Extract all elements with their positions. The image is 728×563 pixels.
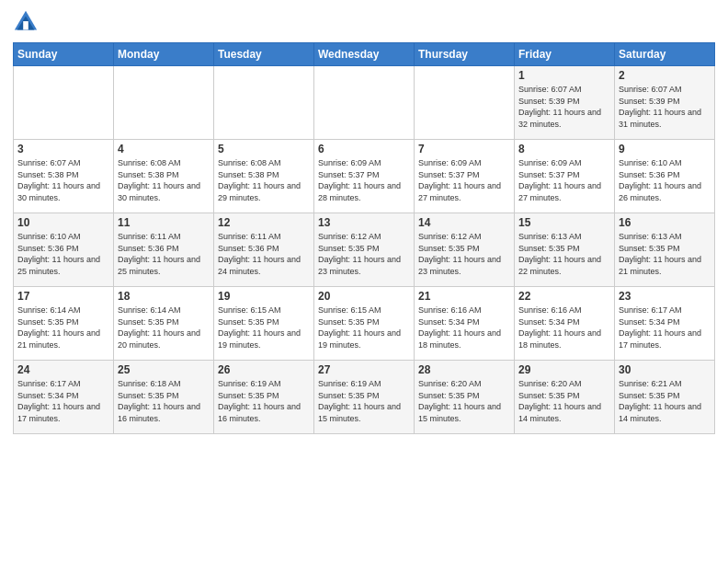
calendar-cell: 16Sunrise: 6:13 AM Sunset: 5:35 PM Dayli… bbox=[615, 213, 715, 287]
day-number: 20 bbox=[318, 290, 410, 303]
day-number: 21 bbox=[418, 290, 510, 303]
day-info: Sunrise: 6:07 AM Sunset: 5:39 PM Dayligh… bbox=[619, 84, 711, 130]
day-info: Sunrise: 6:09 AM Sunset: 5:37 PM Dayligh… bbox=[418, 157, 510, 203]
day-info: Sunrise: 6:11 AM Sunset: 5:36 PM Dayligh… bbox=[118, 231, 210, 277]
calendar-cell bbox=[114, 66, 214, 140]
calendar-cell: 20Sunrise: 6:15 AM Sunset: 5:35 PM Dayli… bbox=[314, 287, 415, 361]
day-number: 25 bbox=[118, 363, 210, 376]
day-info: Sunrise: 6:16 AM Sunset: 5:34 PM Dayligh… bbox=[518, 304, 610, 350]
day-info: Sunrise: 6:14 AM Sunset: 5:35 PM Dayligh… bbox=[118, 304, 210, 350]
day-number: 17 bbox=[17, 290, 109, 303]
day-info: Sunrise: 6:16 AM Sunset: 5:34 PM Dayligh… bbox=[418, 304, 510, 350]
day-info: Sunrise: 6:15 AM Sunset: 5:35 PM Dayligh… bbox=[218, 304, 310, 350]
day-of-week-header: Saturday bbox=[615, 43, 715, 66]
day-info: Sunrise: 6:09 AM Sunset: 5:37 PM Dayligh… bbox=[318, 157, 410, 203]
calendar-cell: 10Sunrise: 6:10 AM Sunset: 5:36 PM Dayli… bbox=[14, 213, 114, 287]
calendar-cell: 8Sunrise: 6:09 AM Sunset: 5:37 PM Daylig… bbox=[515, 140, 615, 213]
calendar-cell: 5Sunrise: 6:08 AM Sunset: 5:38 PM Daylig… bbox=[214, 140, 314, 213]
calendar-cell: 18Sunrise: 6:14 AM Sunset: 5:35 PM Dayli… bbox=[114, 287, 214, 361]
calendar-cell: 2Sunrise: 6:07 AM Sunset: 5:39 PM Daylig… bbox=[615, 66, 715, 140]
calendar-cell: 4Sunrise: 6:08 AM Sunset: 5:38 PM Daylig… bbox=[114, 140, 214, 213]
main-container: SundayMondayTuesdayWednesdayThursdayFrid… bbox=[0, 0, 728, 443]
day-info: Sunrise: 6:08 AM Sunset: 5:38 PM Dayligh… bbox=[118, 157, 210, 203]
day-info: Sunrise: 6:12 AM Sunset: 5:35 PM Dayligh… bbox=[418, 231, 510, 277]
day-info: Sunrise: 6:17 AM Sunset: 5:34 PM Dayligh… bbox=[17, 378, 109, 424]
calendar-week-row: 1Sunrise: 6:07 AM Sunset: 5:39 PM Daylig… bbox=[14, 66, 715, 140]
header bbox=[13, 9, 715, 35]
calendar-cell: 30Sunrise: 6:21 AM Sunset: 5:35 PM Dayli… bbox=[615, 361, 715, 434]
day-info: Sunrise: 6:10 AM Sunset: 5:36 PM Dayligh… bbox=[619, 157, 711, 203]
calendar-cell: 28Sunrise: 6:20 AM Sunset: 5:35 PM Dayli… bbox=[415, 361, 515, 434]
day-number: 19 bbox=[218, 290, 310, 303]
day-number: 15 bbox=[518, 216, 610, 229]
day-info: Sunrise: 6:19 AM Sunset: 5:35 PM Dayligh… bbox=[218, 378, 310, 424]
calendar-cell: 24Sunrise: 6:17 AM Sunset: 5:34 PM Dayli… bbox=[14, 361, 114, 434]
calendar-cell: 23Sunrise: 6:17 AM Sunset: 5:34 PM Dayli… bbox=[615, 287, 715, 361]
day-info: Sunrise: 6:18 AM Sunset: 5:35 PM Dayligh… bbox=[118, 378, 210, 424]
calendar-cell: 17Sunrise: 6:14 AM Sunset: 5:35 PM Dayli… bbox=[14, 287, 114, 361]
day-of-week-header: Wednesday bbox=[314, 43, 415, 66]
calendar-cell: 12Sunrise: 6:11 AM Sunset: 5:36 PM Dayli… bbox=[214, 213, 314, 287]
day-info: Sunrise: 6:11 AM Sunset: 5:36 PM Dayligh… bbox=[218, 231, 310, 277]
calendar-cell bbox=[314, 66, 415, 140]
day-number: 11 bbox=[118, 216, 210, 229]
day-info: Sunrise: 6:12 AM Sunset: 5:35 PM Dayligh… bbox=[318, 231, 410, 277]
day-info: Sunrise: 6:15 AM Sunset: 5:35 PM Dayligh… bbox=[318, 304, 410, 350]
day-number: 23 bbox=[619, 290, 711, 303]
day-number: 7 bbox=[418, 143, 510, 155]
calendar-cell: 15Sunrise: 6:13 AM Sunset: 5:35 PM Dayli… bbox=[515, 213, 615, 287]
day-number: 30 bbox=[619, 363, 711, 376]
day-info: Sunrise: 6:07 AM Sunset: 5:39 PM Dayligh… bbox=[518, 84, 610, 130]
calendar-cell: 29Sunrise: 6:20 AM Sunset: 5:35 PM Dayli… bbox=[515, 361, 615, 434]
calendar-cell: 14Sunrise: 6:12 AM Sunset: 5:35 PM Dayli… bbox=[415, 213, 515, 287]
calendar-cell: 22Sunrise: 6:16 AM Sunset: 5:34 PM Dayli… bbox=[515, 287, 615, 361]
day-number: 27 bbox=[318, 363, 410, 376]
day-info: Sunrise: 6:20 AM Sunset: 5:35 PM Dayligh… bbox=[418, 378, 510, 424]
calendar-cell bbox=[415, 66, 515, 140]
day-info: Sunrise: 6:08 AM Sunset: 5:38 PM Dayligh… bbox=[218, 157, 310, 203]
day-info: Sunrise: 6:20 AM Sunset: 5:35 PM Dayligh… bbox=[518, 378, 610, 424]
day-of-week-header: Monday bbox=[114, 43, 214, 66]
day-number: 3 bbox=[17, 143, 109, 155]
day-of-week-header: Friday bbox=[515, 43, 615, 66]
day-number: 22 bbox=[518, 290, 610, 303]
calendar-cell: 9Sunrise: 6:10 AM Sunset: 5:36 PM Daylig… bbox=[615, 140, 715, 213]
calendar-cell bbox=[14, 66, 114, 140]
svg-rect-2 bbox=[23, 21, 28, 29]
day-number: 29 bbox=[518, 363, 610, 376]
logo bbox=[13, 9, 42, 35]
calendar-week-row: 3Sunrise: 6:07 AM Sunset: 5:38 PM Daylig… bbox=[14, 140, 715, 213]
calendar-week-row: 24Sunrise: 6:17 AM Sunset: 5:34 PM Dayli… bbox=[14, 361, 715, 434]
day-number: 6 bbox=[318, 143, 410, 155]
calendar-cell: 26Sunrise: 6:19 AM Sunset: 5:35 PM Dayli… bbox=[214, 361, 314, 434]
calendar-cell bbox=[214, 66, 314, 140]
day-info: Sunrise: 6:21 AM Sunset: 5:35 PM Dayligh… bbox=[619, 378, 711, 424]
day-number: 10 bbox=[17, 216, 109, 229]
calendar-cell: 7Sunrise: 6:09 AM Sunset: 5:37 PM Daylig… bbox=[415, 140, 515, 213]
day-of-week-header: Tuesday bbox=[214, 43, 314, 66]
calendar-cell: 13Sunrise: 6:12 AM Sunset: 5:35 PM Dayli… bbox=[314, 213, 415, 287]
day-info: Sunrise: 6:09 AM Sunset: 5:37 PM Dayligh… bbox=[518, 157, 610, 203]
calendar-week-row: 10Sunrise: 6:10 AM Sunset: 5:36 PM Dayli… bbox=[14, 213, 715, 287]
calendar-cell: 27Sunrise: 6:19 AM Sunset: 5:35 PM Dayli… bbox=[314, 361, 415, 434]
day-number: 5 bbox=[218, 143, 310, 155]
calendar-cell: 19Sunrise: 6:15 AM Sunset: 5:35 PM Dayli… bbox=[214, 287, 314, 361]
day-info: Sunrise: 6:19 AM Sunset: 5:35 PM Dayligh… bbox=[318, 378, 410, 424]
calendar-cell: 25Sunrise: 6:18 AM Sunset: 5:35 PM Dayli… bbox=[114, 361, 214, 434]
day-info: Sunrise: 6:17 AM Sunset: 5:34 PM Dayligh… bbox=[619, 304, 711, 350]
calendar-cell: 11Sunrise: 6:11 AM Sunset: 5:36 PM Dayli… bbox=[114, 213, 214, 287]
calendar-week-row: 17Sunrise: 6:14 AM Sunset: 5:35 PM Dayli… bbox=[14, 287, 715, 361]
logo-icon bbox=[13, 9, 39, 35]
day-number: 14 bbox=[418, 216, 510, 229]
day-number: 26 bbox=[218, 363, 310, 376]
day-number: 13 bbox=[318, 216, 410, 229]
calendar-cell: 3Sunrise: 6:07 AM Sunset: 5:38 PM Daylig… bbox=[14, 140, 114, 213]
day-number: 9 bbox=[619, 143, 711, 155]
calendar-cell: 6Sunrise: 6:09 AM Sunset: 5:37 PM Daylig… bbox=[314, 140, 415, 213]
day-number: 1 bbox=[518, 69, 610, 82]
day-info: Sunrise: 6:07 AM Sunset: 5:38 PM Dayligh… bbox=[17, 157, 109, 203]
calendar-cell: 1Sunrise: 6:07 AM Sunset: 5:39 PM Daylig… bbox=[515, 66, 615, 140]
calendar-header-row: SundayMondayTuesdayWednesdayThursdayFrid… bbox=[14, 43, 715, 66]
day-number: 12 bbox=[218, 216, 310, 229]
day-number: 16 bbox=[619, 216, 711, 229]
